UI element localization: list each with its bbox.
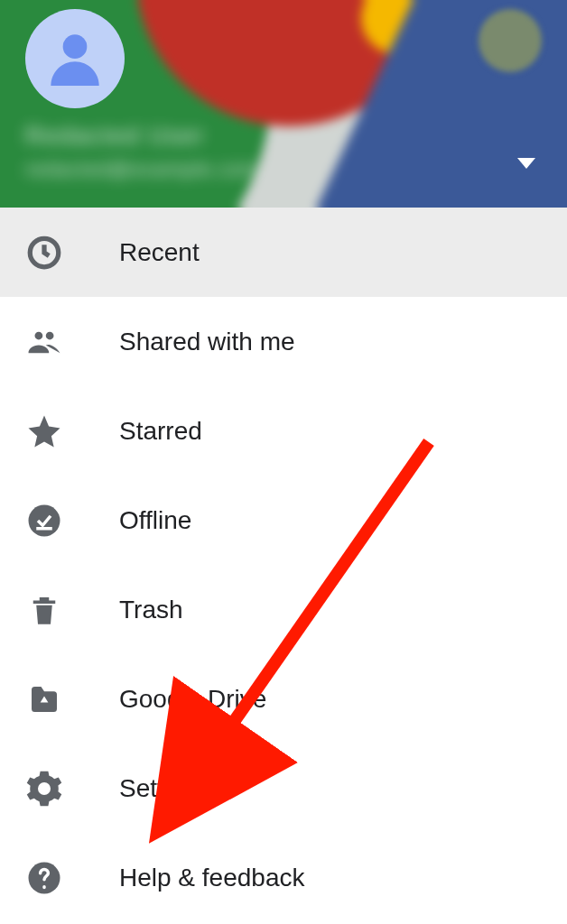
star-icon — [25, 412, 63, 450]
drive-icon — [25, 680, 63, 718]
offline-icon — [25, 502, 63, 540]
menu-label: Shared with me — [119, 328, 295, 356]
menu-item-offline[interactable]: Offline — [0, 476, 567, 565]
svg-point-3 — [46, 331, 54, 339]
menu-label: Starred — [119, 417, 202, 446]
svg-point-4 — [29, 504, 60, 536]
menu-item-trash[interactable]: Trash — [0, 565, 567, 654]
people-icon — [25, 323, 63, 361]
menu-label: Trash — [119, 596, 183, 624]
menu-label: Offline — [119, 506, 191, 535]
clock-icon — [25, 234, 63, 272]
navigation-menu: Recent Shared with me Starred Offline Tr… — [0, 208, 567, 922]
trash-icon — [25, 591, 63, 629]
menu-item-help[interactable]: Help & feedback — [0, 833, 567, 922]
gear-icon — [25, 770, 63, 808]
menu-label: Help & feedback — [119, 864, 304, 892]
svg-point-2 — [35, 331, 43, 339]
menu-item-shared[interactable]: Shared with me — [0, 297, 567, 386]
menu-item-settings[interactable]: Settings — [0, 744, 567, 833]
menu-label: Recent — [119, 238, 200, 267]
user-name: Redacted User — [25, 122, 205, 150]
avatar — [25, 9, 125, 108]
account-header[interactable]: Redacted User redacted@example.com — [0, 0, 567, 208]
chevron-down-icon[interactable] — [517, 158, 535, 169]
user-email: redacted@example.com — [25, 158, 259, 181]
svg-point-0 — [63, 34, 88, 59]
secondary-avatar[interactable] — [479, 9, 542, 72]
menu-item-recent[interactable]: Recent — [0, 208, 567, 297]
help-icon — [25, 859, 63, 897]
menu-item-starred[interactable]: Starred — [0, 386, 567, 476]
menu-label: Settings — [119, 774, 210, 803]
menu-item-drive[interactable]: Google Drive — [0, 654, 567, 744]
menu-label: Google Drive — [119, 685, 266, 714]
